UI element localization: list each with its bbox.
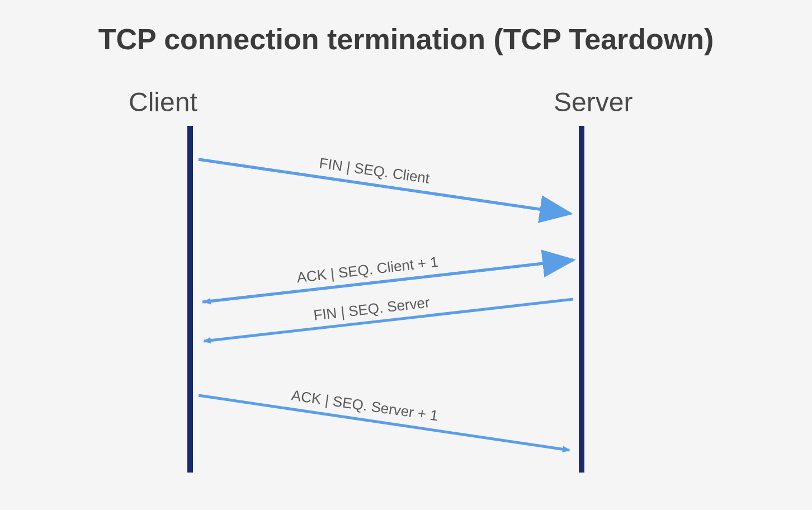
msg-label-2: ACK | SEQ. Client + 1	[296, 253, 439, 287]
message-arrows	[0, 0, 812, 510]
client-lifeline	[187, 126, 193, 473]
server-lifeline	[579, 126, 584, 473]
msg-label-4: ACK | SEQ. Server + 1	[290, 387, 439, 425]
client-label: Client	[129, 87, 197, 117]
msg-label-3: FIN | SEQ. Server	[313, 294, 431, 324]
message-arrows-layer	[0, 0, 812, 510]
msg-label-1: FIN | SEQ. Client	[318, 154, 431, 187]
server-label: Server	[554, 87, 632, 117]
diagram-title: TCP connection termination (TCP Teardown…	[0, 22, 812, 56]
